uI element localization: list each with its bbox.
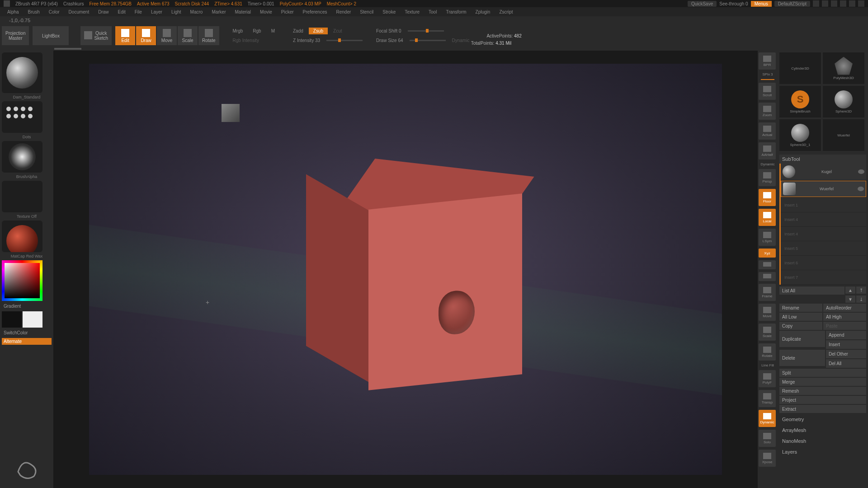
scroll-button[interactable]: Scroll — [759, 83, 776, 100]
bpr-button[interactable]: BPR — [759, 52, 776, 70]
subtool-slot[interactable]: Insert 4 — [781, 227, 866, 241]
subtool-slot[interactable]: Insert 6 — [781, 256, 866, 270]
floor-button[interactable]: Floor — [759, 189, 776, 206]
subtool-slot[interactable]: Insert 1 — [781, 198, 866, 212]
color-picker[interactable] — [2, 260, 42, 301]
rot-y-button[interactable] — [759, 260, 776, 269]
autoreorder-button[interactable]: AutoReorder — [823, 304, 866, 312]
move-mode-button[interactable]: Move — [157, 26, 177, 45]
lightbox-button[interactable]: LightBox — [33, 26, 69, 45]
xyz-button[interactable]: Xyz — [759, 249, 776, 258]
projection-master-button[interactable]: Projection Master — [2, 26, 29, 45]
project-section[interactable]: Project — [779, 396, 866, 404]
delete-button[interactable]: Delete — [779, 350, 825, 366]
extract-section[interactable]: Extract — [779, 405, 866, 413]
dynamic2-button[interactable]: Dynamic — [759, 410, 776, 427]
rot-z-button[interactable] — [759, 272, 776, 281]
copy-button[interactable]: Copy — [779, 322, 822, 330]
rgb-intensity-slider[interactable]: Rgb Intensity — [228, 37, 280, 44]
menu-texture[interactable]: Texture — [400, 9, 424, 14]
menu-picker[interactable]: Picker — [277, 9, 298, 14]
gradient-button[interactable]: Gradient — [2, 303, 52, 310]
menu-render[interactable]: Render — [332, 9, 356, 14]
tool-polymesh[interactable]: PolyMesh3D — [823, 52, 864, 84]
rename-button[interactable]: Rename — [779, 304, 822, 312]
m-button[interactable]: M — [267, 28, 279, 34]
subtool-slot[interactable]: Insert 4 — [781, 212, 866, 227]
menu-document[interactable]: Document — [64, 9, 94, 14]
aahalf-button[interactable]: AAHalf — [759, 142, 776, 160]
alternate-button[interactable]: Alternate — [2, 338, 52, 345]
menu-brush[interactable]: Brush — [24, 9, 44, 14]
edit-mode-button[interactable]: Edit — [115, 26, 135, 45]
layers-section[interactable]: Layers — [779, 447, 866, 456]
bw-swatches[interactable] — [2, 311, 52, 328]
menu-draw[interactable]: Draw — [94, 9, 113, 14]
nav-move-button[interactable]: Move — [759, 304, 776, 321]
see-through-slider[interactable]: See-through 0 — [719, 1, 748, 6]
spix-slider[interactable]: SPix 3 — [759, 72, 777, 76]
window-control-2[interactable] — [822, 0, 828, 7]
subtool-kugel[interactable]: Kugel — [781, 164, 866, 180]
tool-sphere[interactable]: Sphere3D — [823, 86, 864, 117]
merge-section[interactable]: Merge — [779, 378, 866, 386]
solo-button[interactable]: Solo — [759, 430, 776, 447]
menu-stroke[interactable]: Stroke — [378, 9, 400, 14]
polyf-button[interactable]: PolyF — [759, 370, 776, 387]
tool-cylinder[interactable]: Cylinder3D — [779, 52, 821, 84]
local-button[interactable]: Local — [759, 209, 776, 226]
menu-macro[interactable]: Macro — [186, 9, 208, 14]
nav-scale-button[interactable]: Scale — [759, 324, 776, 341]
persp-button[interactable]: Persp — [759, 169, 776, 186]
maximize-icon[interactable] — [849, 0, 855, 7]
all-low-button[interactable]: All Low — [779, 313, 822, 321]
del-other-button[interactable]: Del Other — [826, 350, 866, 358]
dynamic-toggle[interactable]: Dynamic — [448, 37, 474, 44]
window-control-1[interactable] — [813, 0, 819, 7]
brush-selector[interactable] — [2, 52, 42, 93]
menu-marker[interactable]: Marker — [207, 9, 230, 14]
zadd-button[interactable]: Zadd — [288, 28, 308, 34]
menu-color[interactable]: Color — [44, 9, 64, 14]
shelf-scroll[interactable] — [0, 47, 868, 51]
menus-button[interactable]: Menus — [751, 1, 772, 7]
close-icon[interactable] — [858, 0, 864, 7]
scale-mode-button[interactable]: Scale — [178, 26, 198, 45]
xpose-button[interactable]: Xpose — [759, 450, 776, 467]
frame-button[interactable]: Frame — [759, 284, 776, 301]
menu-transform[interactable]: Transform — [441, 9, 471, 14]
nanomesh-section[interactable]: NanoMesh — [779, 436, 866, 446]
move-down-button[interactable]: ▼ — [845, 296, 855, 303]
subtool-wuerfel[interactable]: Wuerfel — [781, 181, 866, 197]
mrgb-button[interactable]: Mrgb — [228, 28, 248, 34]
subtool-header[interactable]: SubTool — [779, 155, 866, 164]
menu-tool[interactable]: Tool — [424, 9, 441, 14]
subtool-slot[interactable]: Insert 7 — [781, 270, 866, 285]
remesh-section[interactable]: Remesh — [779, 387, 866, 395]
move-bottom-button[interactable]: ⤓ — [856, 296, 866, 303]
menu-zscript[interactable]: Zscript — [495, 9, 517, 14]
rgb-button[interactable]: Rgb — [248, 28, 265, 34]
z-intensity-slider[interactable]: Z Intensity 33 — [288, 37, 325, 44]
list-all-button[interactable]: List All — [779, 286, 844, 295]
tool-simplebrush[interactable]: SSimpleBrush — [779, 86, 821, 117]
tool-wuerfel[interactable]: Wuerfel — [823, 119, 864, 151]
del-all-button[interactable]: Del All — [826, 359, 866, 368]
menu-material[interactable]: Material — [231, 9, 256, 14]
zoom-button[interactable]: Zoom — [759, 103, 776, 120]
menu-zplugin[interactable]: Zplugin — [471, 9, 495, 14]
nav-rotate-button[interactable]: Rotate — [759, 343, 776, 361]
menu-alpha[interactable]: Alpha — [3, 9, 24, 14]
stroke-selector[interactable] — [2, 101, 42, 133]
tool-sphere-1[interactable]: Sphere3D_1 — [779, 119, 821, 151]
insert-button[interactable]: Insert — [826, 340, 866, 349]
transp-button[interactable]: Transp — [759, 390, 776, 407]
menu-movie[interactable]: Movie — [255, 9, 277, 14]
viewport[interactable]: + — [89, 64, 722, 475]
menu-light[interactable]: Light — [167, 9, 186, 14]
subtool-slot[interactable]: Insert 5 — [781, 241, 866, 256]
default-script[interactable]: DefaultZScript — [774, 1, 810, 7]
menu-layer[interactable]: Layer — [146, 9, 167, 14]
canvas-area[interactable]: + — [53, 51, 758, 488]
eye-icon[interactable] — [858, 169, 864, 174]
